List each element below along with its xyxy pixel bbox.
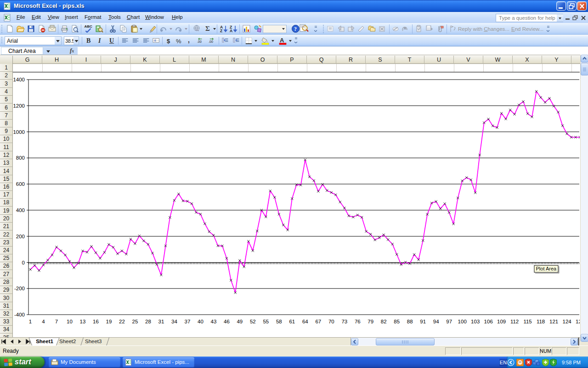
svg-text:73: 73 [341, 319, 347, 324]
svg-text:Plot Area: Plot Area [536, 266, 557, 271]
svg-text:A: A [280, 37, 284, 44]
svg-text:115: 115 [523, 319, 531, 324]
svg-text:800: 800 [16, 155, 25, 161]
svg-text:600: 600 [16, 181, 25, 187]
svg-text:124: 124 [563, 319, 572, 324]
svg-text:70: 70 [328, 319, 334, 324]
svg-text:19: 19 [106, 319, 112, 324]
svg-text:1400: 1400 [13, 77, 25, 82]
svg-text:400: 400 [16, 207, 25, 213]
svg-text:200: 200 [16, 234, 25, 239]
svg-text:37: 37 [185, 319, 191, 324]
svg-text:0: 0 [22, 260, 25, 265]
svg-text:55: 55 [263, 319, 269, 324]
svg-text:Z: Z [220, 29, 222, 33]
svg-text:103: 103 [471, 319, 480, 324]
svg-text:25: 25 [132, 319, 138, 324]
svg-text:43: 43 [211, 319, 217, 324]
svg-text:1: 1 [29, 319, 32, 324]
svg-text:91: 91 [420, 319, 426, 324]
svg-text:49: 49 [237, 319, 243, 324]
svg-text:61: 61 [289, 319, 295, 324]
svg-text:82: 82 [381, 319, 387, 324]
svg-text:.00: .00 [209, 40, 213, 44]
svg-text:121: 121 [549, 319, 558, 324]
svg-text:100: 100 [458, 319, 467, 324]
svg-text:64: 64 [302, 319, 308, 324]
svg-text:A: A [230, 29, 232, 33]
svg-text:52: 52 [250, 319, 256, 324]
svg-text:7: 7 [55, 319, 58, 324]
svg-text:.00: .00 [197, 40, 202, 44]
svg-text:a: a [154, 39, 156, 42]
svg-text:109: 109 [497, 319, 506, 324]
svg-text:112: 112 [510, 319, 519, 324]
svg-text:ABC: ABC [85, 24, 93, 29]
svg-text:67: 67 [315, 319, 321, 324]
svg-text:79: 79 [368, 319, 373, 324]
svg-text:118: 118 [537, 319, 545, 324]
svg-text:10: 10 [67, 319, 73, 324]
svg-text:46: 46 [224, 319, 230, 324]
svg-text:1200: 1200 [13, 103, 25, 109]
svg-text:34: 34 [171, 319, 177, 324]
svg-text:88: 88 [407, 319, 413, 324]
svg-text:106: 106 [484, 319, 493, 324]
svg-text:13: 13 [80, 319, 86, 324]
svg-text:22: 22 [119, 319, 125, 324]
svg-text:85: 85 [394, 319, 400, 324]
svg-text:-400: -400 [14, 312, 25, 317]
svg-text:Σ: Σ [205, 25, 210, 32]
svg-text:94: 94 [433, 319, 439, 324]
svg-text:?: ? [294, 26, 297, 32]
svg-text:16: 16 [93, 319, 99, 324]
svg-text:97: 97 [446, 319, 452, 324]
svg-text:31: 31 [158, 319, 164, 324]
svg-text:127: 127 [576, 319, 580, 324]
svg-text:4: 4 [42, 319, 45, 324]
svg-text:-200: -200 [14, 286, 25, 291]
svg-text:58: 58 [276, 319, 282, 324]
svg-text:28: 28 [145, 319, 151, 324]
svg-text:76: 76 [355, 319, 361, 324]
svg-text:40: 40 [198, 319, 204, 324]
svg-text:1000: 1000 [13, 129, 25, 135]
